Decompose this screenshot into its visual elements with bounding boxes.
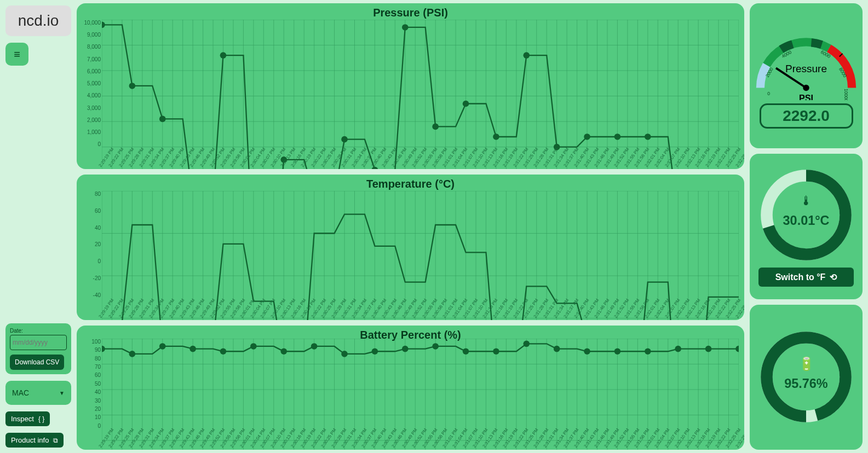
battery-icon: 🔋 xyxy=(798,356,815,371)
pressure-value: 2292.0 xyxy=(760,103,853,129)
svg-point-272 xyxy=(803,84,809,90)
charts-column: Pressure (PSI) 10,0009,0008,0007,0006,00… xyxy=(77,0,748,453)
svg-point-91 xyxy=(584,133,590,140)
battery-donut: 🔋 95.76% xyxy=(757,328,855,426)
pressure-gauge-card: 0 2000 4000 6000 8000 10000 Pressure PSI… xyxy=(750,3,863,148)
svg-point-83 xyxy=(341,136,348,143)
temperature-x-axis: 2:29:19 PM2:29:22 PM2:29:25 PM2:29:28 PM… xyxy=(102,298,739,319)
svg-point-256 xyxy=(493,348,499,355)
svg-point-262 xyxy=(675,345,681,352)
pressure-gauge: 0 2000 4000 6000 8000 10000 Pressure PSI xyxy=(754,24,858,100)
pressure-x-axis: 2:29:19 PM2:29:22 PM2:29:25 PM2:29:28 PM… xyxy=(102,147,739,168)
temperature-value: 30.01°C xyxy=(783,213,830,228)
braces-icon: { } xyxy=(38,415,44,423)
battery-gauge-card: 🔋 95.76% xyxy=(750,305,863,450)
svg-point-87 xyxy=(463,101,469,107)
svg-point-248 xyxy=(250,343,257,350)
svg-point-250 xyxy=(311,343,318,350)
svg-point-89 xyxy=(523,52,530,59)
svg-point-76 xyxy=(129,83,136,89)
date-label: Date: xyxy=(10,328,67,334)
battery-y-axis: 1009080706050403020100 xyxy=(77,339,101,429)
svg-point-79 xyxy=(220,52,227,59)
pressure-chart: Pressure (PSI) 10,0009,0008,0007,0006,00… xyxy=(77,3,744,169)
switch-unit-button[interactable]: Switch to °F⟲ xyxy=(758,268,854,287)
temperature-chart-title: Temperature (°C) xyxy=(82,178,739,190)
svg-point-75 xyxy=(102,21,105,28)
svg-point-261 xyxy=(645,348,651,355)
svg-text:10000: 10000 xyxy=(843,89,849,100)
svg-point-252 xyxy=(372,348,378,355)
gauge-unit: PSI xyxy=(799,93,813,100)
pressure-chart-title: Pressure (PSI) xyxy=(82,7,739,19)
svg-point-257 xyxy=(523,340,530,347)
svg-point-255 xyxy=(463,348,469,355)
svg-point-246 xyxy=(189,345,196,352)
pressure-chart-svg xyxy=(102,20,739,169)
mac-select[interactable]: MAC ▼ xyxy=(5,381,71,405)
svg-text:0: 0 xyxy=(767,90,770,96)
download-csv-button[interactable]: Download CSV xyxy=(10,355,64,370)
pressure-y-axis: 10,0009,0008,0007,0006,0005,0004,0003,00… xyxy=(77,20,101,147)
temperature-gauge-card: 🌡 30.01°C Switch to °F⟲ xyxy=(750,154,863,299)
right-column: 0 2000 4000 6000 8000 10000 Pressure PSI… xyxy=(748,0,868,453)
hamburger-icon: ≡ xyxy=(14,48,20,61)
svg-point-253 xyxy=(402,345,409,352)
svg-point-263 xyxy=(705,345,712,352)
svg-point-86 xyxy=(432,124,439,130)
battery-x-axis: 2:29:19 PM2:29:22 PM2:29:25 PM2:29:28 PM… xyxy=(102,428,739,449)
svg-point-249 xyxy=(280,348,287,355)
svg-point-259 xyxy=(584,348,590,355)
swap-icon: ⟲ xyxy=(830,272,837,282)
svg-point-88 xyxy=(493,133,499,140)
temperature-y-axis: 806040200-20-40 xyxy=(77,191,101,298)
svg-point-92 xyxy=(614,133,621,140)
thermometer-icon: 🌡 xyxy=(800,194,813,208)
date-input[interactable] xyxy=(10,335,67,350)
inspect-button[interactable]: Inspect{ } xyxy=(5,411,50,426)
chevron-down-icon: ▼ xyxy=(59,390,65,396)
sidebar: ncd.io ≡ Date: Download CSV MAC ▼ Inspec… xyxy=(0,0,77,453)
svg-point-244 xyxy=(129,351,136,357)
svg-point-254 xyxy=(432,343,439,350)
svg-point-258 xyxy=(554,345,560,352)
svg-point-264 xyxy=(735,345,739,352)
svg-point-247 xyxy=(220,348,227,355)
temperature-chart: Temperature (°C) 806040200-20-40 2:29:19… xyxy=(77,175,744,320)
temperature-donut: 🌡 30.01°C xyxy=(757,166,855,264)
svg-point-251 xyxy=(341,351,348,357)
date-card: Date: Download CSV xyxy=(5,323,71,374)
svg-point-260 xyxy=(614,348,621,355)
brand-logo: ncd.io xyxy=(5,5,71,36)
menu-button[interactable]: ≡ xyxy=(5,43,28,66)
mac-label: MAC xyxy=(12,388,29,397)
gauge-title: Pressure xyxy=(785,63,827,74)
svg-point-77 xyxy=(159,116,166,123)
battery-chart: Battery Percent (%) 10090807060504030201… xyxy=(77,326,744,450)
svg-point-245 xyxy=(159,343,166,350)
svg-point-243 xyxy=(102,345,105,352)
external-link-icon: ⧉ xyxy=(53,437,58,444)
svg-point-85 xyxy=(402,24,409,31)
product-info-button[interactable]: Product info⧉ xyxy=(5,433,64,448)
battery-value: 95.76% xyxy=(784,376,828,391)
svg-point-93 xyxy=(645,133,651,140)
